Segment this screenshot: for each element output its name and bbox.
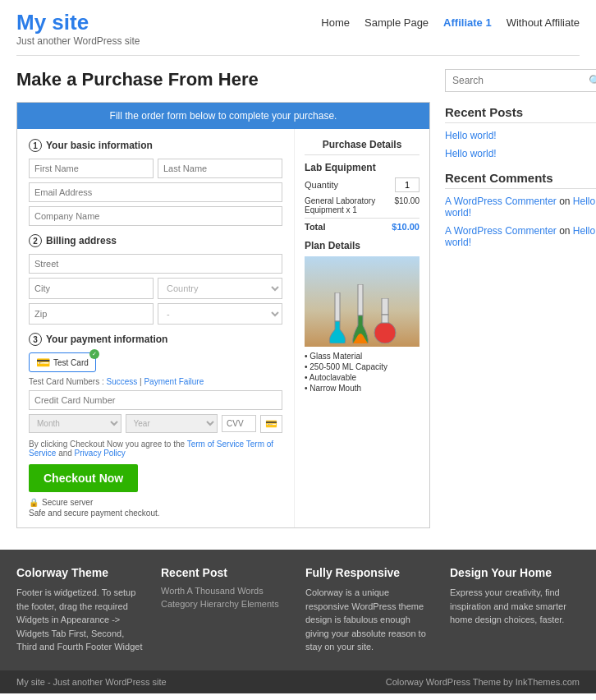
comment-2: A WordPress Commenter on Hello world! xyxy=(445,225,596,248)
header: My site Just another WordPress site Home… xyxy=(0,0,596,56)
footer-main: Colorway Theme Footer is widgetized. To … xyxy=(0,550,596,670)
search-box: 🔍 xyxy=(445,69,596,92)
pd-desc-label: General Laboratory Equipment x 1 xyxy=(305,196,394,214)
terms-link[interactable]: Term of Service xyxy=(187,440,244,449)
company-input[interactable] xyxy=(29,206,282,226)
expiry-cvv-row: Month Year 💳 xyxy=(29,414,282,433)
test-card-info: Test Card Numbers : Success | Payment Fa… xyxy=(29,377,282,386)
country-select[interactable]: Country xyxy=(158,278,282,299)
card-badge: 💳 Test Card ✓ xyxy=(29,352,96,372)
checkout-button[interactable]: Checkout Now xyxy=(29,464,138,492)
recent-post-1[interactable]: Hello world! xyxy=(445,130,596,141)
commenter-2-link[interactable]: A WordPress Commenter xyxy=(445,225,557,237)
dash-select[interactable]: - xyxy=(158,303,282,325)
site-branding: My site Just another WordPress site xyxy=(16,10,140,47)
plan-bullets: • Glass Material • 250-500 ML Capacity •… xyxy=(305,352,419,393)
section2-label: Billing address xyxy=(46,235,117,246)
page-title: Make a Purchase From Here xyxy=(16,69,430,90)
lock-icon: 🔒 xyxy=(29,498,39,507)
footer-col2-link1[interactable]: Worth A Thousand Words xyxy=(161,586,291,596)
section2-heading: 2 Billing address xyxy=(29,234,282,247)
svg-rect-2 xyxy=(382,298,388,315)
city-country-row: Country xyxy=(29,278,282,299)
section3-label: Your payment information xyxy=(46,334,167,345)
city-input[interactable] xyxy=(29,278,154,299)
bullet-2: • 250-500 ML Capacity xyxy=(305,362,419,371)
main-layout: Make a Purchase From Here Fill the order… xyxy=(0,56,596,541)
total-value: $10.00 xyxy=(392,222,419,232)
footer-col-3: Fully Responsive Colorway is a unique re… xyxy=(305,566,435,654)
cc-number-input[interactable] xyxy=(29,390,282,410)
footer-col4-text: Express your creativity, find inspiratio… xyxy=(450,586,580,627)
first-name-input[interactable] xyxy=(29,159,154,178)
email-input[interactable] xyxy=(29,182,282,202)
comment-2-on: on xyxy=(559,225,573,237)
flask1-icon xyxy=(328,292,347,343)
terms-prefix: By clicking Checkout Now you agree to th… xyxy=(29,440,185,449)
form-columns: 1 Your basic information 2 Billing addre… xyxy=(17,129,429,527)
sidebar: 🔍 Recent Posts Hello world! Hello world!… xyxy=(445,69,596,528)
flask2-icon xyxy=(351,284,369,343)
footer-col3-title: Fully Responsive xyxy=(305,566,435,579)
footer-col2-link2[interactable]: Category Hierarchy Elements xyxy=(161,599,291,609)
footer-col-2: Recent Post Worth A Thousand Words Categ… xyxy=(161,566,291,654)
total-row: Total $10.00 xyxy=(305,222,419,232)
bullet-1: • Glass Material xyxy=(305,352,419,361)
cvv-input[interactable] xyxy=(222,415,256,432)
section3-num: 3 xyxy=(29,333,42,346)
purchase-details-title: Purchase Details xyxy=(305,139,419,155)
recent-posts-divider xyxy=(445,122,596,123)
plan-details-title: Plan Details xyxy=(305,240,419,251)
nav-without-affiliate[interactable]: Without Affiliate xyxy=(507,16,580,29)
pd-desc-row: General Laboratory Equipment x 1 $10.00 xyxy=(305,196,419,214)
svg-rect-4 xyxy=(382,315,388,323)
plan-image xyxy=(305,256,419,347)
footer-col1-title: Colorway Theme xyxy=(16,566,146,579)
terms-and: and xyxy=(58,449,74,458)
bullet-4: • Narrow Mouth xyxy=(305,384,419,393)
payment-failure-link[interactable]: Payment Failure xyxy=(144,377,204,386)
form-header-bar: Fill the order form below to complete yo… xyxy=(17,103,429,129)
comment-1: A WordPress Commenter on Hello world! xyxy=(445,196,596,219)
search-input[interactable] xyxy=(446,70,582,91)
pd-divider xyxy=(305,218,419,219)
cvv-card-icon: 💳 xyxy=(260,415,282,433)
qty-input[interactable] xyxy=(395,177,419,192)
svg-rect-0 xyxy=(335,292,340,321)
success-link[interactable]: Success xyxy=(106,377,137,386)
section2-num: 2 xyxy=(29,234,42,247)
card-label: Test Card xyxy=(53,358,89,367)
secure-row: 🔒 Secure server xyxy=(29,498,282,507)
purchase-form-wrapper: Fill the order form below to complete yo… xyxy=(16,102,430,528)
zip-input[interactable] xyxy=(29,303,154,325)
month-select[interactable]: Month xyxy=(29,414,121,433)
last-name-input[interactable] xyxy=(158,159,282,178)
nav-home[interactable]: Home xyxy=(321,16,350,29)
footer-bottom-right: Colorway WordPress Theme by InkThemes.co… xyxy=(386,677,580,687)
section1-label: Your basic information xyxy=(46,140,153,151)
credit-card-icon: 💳 xyxy=(36,356,50,369)
footer-bottom-left: My site - Just another WordPress site xyxy=(16,677,167,687)
svg-rect-1 xyxy=(358,284,363,315)
footer-col3-text: Colorway is a unique responsive WordPres… xyxy=(305,586,435,654)
search-button[interactable]: 🔍 xyxy=(582,70,596,91)
terms-text: By clicking Checkout Now you agree to th… xyxy=(29,440,282,458)
recent-comments-title: Recent Comments xyxy=(445,171,596,185)
check-badge-icon: ✓ xyxy=(89,349,99,359)
footer-col2-title: Recent Post xyxy=(161,566,291,579)
secure-server-label: Secure server xyxy=(42,498,93,507)
nav-sample-page[interactable]: Sample Page xyxy=(364,16,429,29)
street-input[interactable] xyxy=(29,254,282,274)
recent-post-2[interactable]: Hello world! xyxy=(445,148,596,159)
secure-payment-text: Safe and secure payment checkout. xyxy=(29,509,282,518)
commenter-1-link[interactable]: A WordPress Commenter xyxy=(445,196,557,207)
test-card-label: Test Card Numbers : xyxy=(29,377,104,386)
year-select[interactable]: Year xyxy=(126,414,218,433)
total-label: Total xyxy=(305,222,325,232)
nav-affiliate1[interactable]: Affiliate 1 xyxy=(443,16,492,29)
footer-bottom: My site - Just another WordPress site Co… xyxy=(0,670,596,693)
product-name: Lab Equipment xyxy=(305,162,419,173)
zip-row: - xyxy=(29,303,282,325)
privacy-policy-link[interactable]: Privacy Policy xyxy=(75,449,126,458)
section1-num: 1 xyxy=(29,139,42,152)
